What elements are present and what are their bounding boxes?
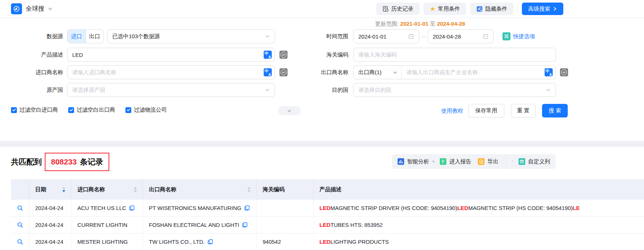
result-summary: 共匹配到 808233 条记录 xyxy=(11,152,109,172)
favorites-button[interactable]: ★ 常用条件 xyxy=(424,3,466,15)
origin-label: 原产国 xyxy=(15,83,63,97)
match-mode-icon[interactable]: ⇌ xyxy=(560,68,568,76)
header-date[interactable]: 日期 xyxy=(29,179,72,200)
cell-date: 2024-04-24 xyxy=(29,233,72,250)
data-source-select[interactable]: 已选中103个数据源 xyxy=(107,29,275,43)
destination-label: 目的国 xyxy=(301,83,348,97)
quick-options-link[interactable]: ⌘ 快捷选项 xyxy=(502,29,535,43)
chevron-down-icon xyxy=(265,34,270,39)
origin-select[interactable]: 请选择原产国 xyxy=(67,83,275,97)
row-detail-search-icon[interactable] xyxy=(17,205,23,211)
checkbox-checked-icon xyxy=(68,107,74,113)
export-tab[interactable]: 出口 xyxy=(85,30,104,43)
command-icon: ⌘ xyxy=(502,32,511,40)
product-desc-input[interactable]: LED 中A xyxy=(67,48,275,62)
table-row: 2024-04-24 MESTER LIGHTING TW LIGHTS CO.… xyxy=(11,233,644,250)
history-button[interactable]: 历史记录 xyxy=(376,3,420,15)
row-detail-search-icon[interactable] xyxy=(17,222,23,228)
date-from-input[interactable]: 2024-01-01 xyxy=(353,29,419,43)
expand-conditions-toggle[interactable] xyxy=(278,106,301,115)
table-body: 2024-04-24 ACU TECH US LLC PT WISETRONIC… xyxy=(11,200,644,250)
filter-blank-exporter[interactable]: 过滤空白出口商 xyxy=(68,106,115,113)
copy-icon[interactable] xyxy=(242,222,248,228)
data-source-label: 数据源 xyxy=(15,29,63,43)
bi-chart-icon xyxy=(398,158,404,165)
sort-desc-icon[interactable] xyxy=(134,190,137,192)
report-button[interactable]: 进入报告 xyxy=(434,154,477,169)
copy-icon[interactable] xyxy=(129,205,135,211)
chevron-down-icon xyxy=(393,70,398,75)
exporter-placeholder[interactable]: 请输入出口商或生产企业名称 xyxy=(402,69,478,76)
advanced-search-label: 高级搜索 xyxy=(528,6,550,12)
save-common-button[interactable]: 保存常用 xyxy=(468,104,504,117)
header-importer[interactable]: 进口商名称 xyxy=(72,179,143,200)
globe-icon xyxy=(13,5,20,12)
importer-name: ACU TECH US LLC xyxy=(77,205,126,211)
cell-product-desc: LED MAGNETIC STRIP DRIVER (HS CODE: 9405… xyxy=(314,200,644,216)
topbar-divider xyxy=(517,4,518,13)
chevron-down-icon[interactable] xyxy=(48,6,53,13)
filter-logistics[interactable]: 过滤物流公司 xyxy=(125,106,167,113)
chevron-right-icon xyxy=(553,7,557,11)
sort-control[interactable] xyxy=(248,187,250,192)
header-exporter[interactable]: 出口商名称 xyxy=(143,179,257,200)
match-mode-icon[interactable]: ⇌ xyxy=(279,51,288,59)
translate-icon[interactable]: 中A xyxy=(545,68,553,76)
exporter-type-select[interactable]: 出口商(1) xyxy=(354,66,402,79)
hs-code-placeholder: 请输入海关编码 xyxy=(354,51,397,58)
hide-conditions-label: 隐藏条件 xyxy=(485,6,507,12)
sort-control[interactable] xyxy=(134,187,137,192)
topbar-actions: 历史记录 ★ 常用条件 隐藏条件 高级搜索 xyxy=(376,3,563,15)
cell-product-desc: LED TUBES HTS: 853952 xyxy=(314,217,644,233)
cell-exporter: FOSHAN ELECTRICAL AND LIGHTI xyxy=(143,217,257,233)
export-label: 导出 xyxy=(487,158,498,165)
exporter-type-value: 出口商(1) xyxy=(354,69,381,76)
topbar: 全球搜 历史记录 ★ 常用条件 隐藏条件 高级搜索 xyxy=(0,0,644,18)
summary-prefix: 共匹配到 xyxy=(11,157,42,167)
translate-icon[interactable]: 中A xyxy=(264,51,272,59)
checkbox-checked-icon xyxy=(125,107,131,113)
cell-importer: MESTER LIGHTING xyxy=(72,233,143,250)
reset-button[interactable]: 重 置 xyxy=(511,104,535,117)
app-logo xyxy=(11,3,22,14)
sort-control[interactable] xyxy=(62,187,65,192)
cell-hs-code xyxy=(257,200,314,216)
export-file-icon xyxy=(478,158,484,165)
cell-hs-code: 940542 xyxy=(257,233,314,250)
section-divider xyxy=(0,141,644,147)
calendar-icon xyxy=(408,33,414,39)
date-to-input[interactable]: 2024-04-28 xyxy=(428,29,494,43)
chevron-down-icon xyxy=(287,108,292,113)
importer-placeholder: 请输入进口商名称 xyxy=(67,69,116,76)
cell-importer: CURRENT LIGHTIN xyxy=(72,217,143,233)
hs-code-input[interactable]: 请输入海关编码 xyxy=(353,48,556,62)
tutorial-link[interactable]: 使用教程 xyxy=(441,104,463,117)
export-split-button: 导出 xyxy=(473,154,519,169)
header-hs-code-label: 海关编码 xyxy=(263,186,285,193)
import-tab[interactable]: 进口 xyxy=(67,30,85,43)
analyze-label: 智能分析 xyxy=(407,158,429,165)
sort-desc-icon[interactable] xyxy=(62,190,65,192)
importer-input[interactable]: 请输入进口商名称 中A xyxy=(67,65,275,79)
customize-columns-label: 自定义列 xyxy=(528,158,550,165)
sort-asc-icon[interactable] xyxy=(62,187,65,189)
sort-desc-icon[interactable] xyxy=(248,190,250,192)
sort-asc-icon[interactable] xyxy=(248,187,250,189)
customize-columns-button[interactable]: 自定义列 xyxy=(513,154,556,169)
destination-select[interactable]: 请选择目的国 xyxy=(353,83,556,97)
row-detail-search-icon[interactable] xyxy=(17,239,23,245)
copy-icon[interactable] xyxy=(208,239,213,244)
origin-placeholder: 请选择原产国 xyxy=(67,87,105,94)
calendar-icon xyxy=(483,33,489,39)
copy-icon[interactable] xyxy=(244,205,250,211)
sort-asc-icon[interactable] xyxy=(134,187,137,189)
advanced-search-button[interactable]: 高级搜索 xyxy=(522,3,563,15)
export-button[interactable]: 导出 xyxy=(473,154,503,169)
filter-blank-importer[interactable]: 过滤空白进口商 xyxy=(11,106,58,113)
hide-conditions-button[interactable]: 隐藏条件 xyxy=(470,3,513,15)
search-button[interactable]: 搜 索 xyxy=(542,104,568,117)
match-mode-icon[interactable]: ⇌ xyxy=(279,68,288,76)
translate-icon[interactable]: 中A xyxy=(264,68,272,76)
time-range-label: 时间范围 xyxy=(301,29,348,43)
date-range-dash: – xyxy=(420,29,428,43)
